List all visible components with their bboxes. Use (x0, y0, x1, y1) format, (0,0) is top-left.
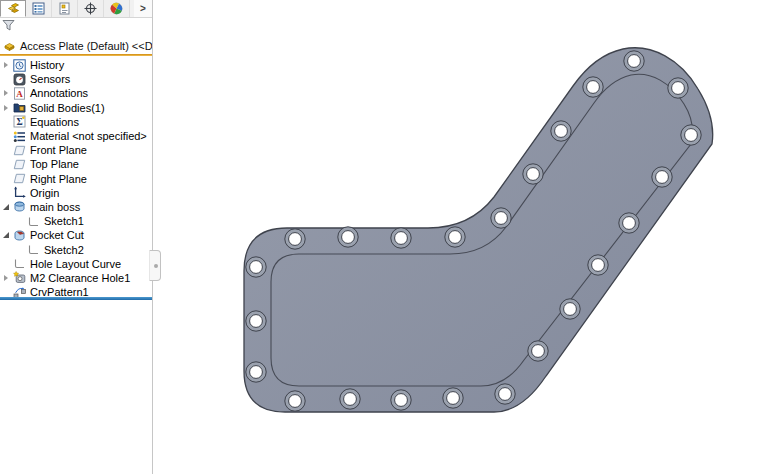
access-plate-model[interactable] (244, 48, 713, 412)
sensors-icon (13, 73, 26, 86)
hole-bore[interactable] (527, 168, 540, 181)
sketch-icon (13, 257, 26, 270)
part-row-underline (0, 54, 152, 56)
tree-item-annotations[interactable]: AAnnotations (0, 86, 152, 100)
hole-bore[interactable] (395, 394, 408, 407)
tree-item-material[interactable]: Material <not specified> (0, 129, 152, 143)
svg-text:A: A (16, 89, 23, 99)
hole-bore[interactable] (342, 231, 355, 244)
history-icon (13, 59, 26, 72)
hole-bore[interactable] (250, 315, 263, 328)
hole-bore[interactable] (499, 388, 512, 401)
tree-item-label: Sketch2 (44, 244, 84, 256)
panel-splitter-handle[interactable] (149, 250, 161, 281)
hole-bore[interactable] (395, 232, 408, 245)
tree-item-history[interactable]: History (0, 58, 152, 72)
tree-item-sensors[interactable]: Sensors (0, 72, 152, 86)
hole-bore[interactable] (289, 233, 302, 246)
tree-item-top-plane[interactable]: Top Plane (0, 157, 152, 171)
manager-tab-bar: > (0, 0, 152, 18)
tree-item-label: History (30, 59, 64, 71)
plane-icon (13, 172, 26, 185)
tree-item-label: Hole Layout Curve (30, 258, 121, 270)
tab-dimxpertmanager[interactable] (78, 0, 104, 17)
tab-overflow-chevron[interactable]: > (134, 0, 152, 17)
part-icon (3, 39, 16, 52)
featuremanager-tab-icon (7, 2, 20, 15)
tree-item-main-boss[interactable]: main boss (0, 200, 152, 214)
tree-item-solid-bodies[interactable]: Solid Bodies(1) (0, 101, 152, 115)
part-root-row[interactable]: Access Plate (Default) <<Default>_Displa (0, 38, 152, 53)
feature-tree: HistorySensorsAAnnotationsSolid Bodies(1… (0, 58, 152, 299)
displaymanager-tab-icon (110, 2, 123, 15)
tree-item-origin[interactable]: Origin (0, 186, 152, 200)
material-icon (13, 130, 26, 143)
hole-bore[interactable] (587, 81, 600, 94)
solidworks-window: > Access Plate (Default) <<Default>_Disp… (0, 0, 768, 474)
filter-funnel-icon[interactable] (2, 19, 15, 32)
tree-item-label: main boss (30, 201, 80, 213)
hole-bore[interactable] (447, 392, 460, 405)
tree-item-label: Sensors (30, 73, 70, 85)
tree-item-label: Annotations (30, 87, 88, 99)
configurationmanager-tab-icon (58, 2, 71, 15)
hole-bore[interactable] (344, 393, 357, 406)
tree-item-label: M2 Clearance Hole1 (30, 272, 130, 284)
tree-item-hole-layout-curve[interactable]: Hole Layout Curve (0, 257, 152, 271)
tree-item-label: Equations (30, 116, 79, 128)
hole-bore[interactable] (532, 345, 545, 358)
hole-bore[interactable] (672, 82, 685, 95)
plane-icon (13, 144, 26, 157)
tree-item-label: Solid Bodies(1) (30, 102, 105, 114)
hole-bore[interactable] (592, 259, 605, 272)
tree-item-front-plane[interactable]: Front Plane (0, 143, 152, 157)
dimxpertmanager-tab-icon (84, 2, 97, 15)
solid-bodies-icon (13, 101, 26, 114)
collapse-arrow-icon[interactable] (1, 200, 10, 214)
hole-bore[interactable] (250, 366, 263, 379)
featuremanager-panel: > Access Plate (Default) <<Default>_Disp… (0, 0, 153, 474)
tab-propertymanager[interactable] (26, 0, 52, 17)
tab-configurationmanager[interactable] (52, 0, 78, 17)
expand-arrow-icon[interactable] (1, 271, 10, 285)
tree-item-pocket-cut[interactable]: Pocket Cut (0, 228, 152, 242)
tree-item-m2-clearance-hole1[interactable]: M2 Clearance Hole1 (0, 271, 152, 285)
collapse-arrow-icon[interactable] (1, 228, 10, 242)
tree-item-label: Front Plane (30, 144, 87, 156)
hole-bore[interactable] (289, 395, 302, 408)
tree-item-label: Right Plane (30, 173, 87, 185)
sketch-icon (27, 215, 40, 228)
rollback-bar[interactable] (0, 297, 152, 300)
tree-item-label: Material <not specified> (30, 130, 147, 142)
tree-item-sketch2[interactable]: Sketch2 (0, 242, 152, 256)
cut-icon (13, 229, 26, 242)
expand-arrow-icon[interactable] (1, 86, 10, 100)
annotations-icon: A (13, 87, 26, 100)
tab-displaymanager[interactable] (104, 0, 130, 17)
hole-bore[interactable] (685, 129, 698, 142)
expand-arrow-icon[interactable] (1, 58, 10, 72)
hole-bore[interactable] (555, 125, 568, 138)
tree-item-equations[interactable]: ΣEquations (0, 115, 152, 129)
hole-bore[interactable] (656, 171, 669, 184)
equations-icon: Σ (13, 115, 26, 128)
hole-bore[interactable] (495, 212, 508, 225)
filter-row (0, 18, 152, 33)
hole-bore[interactable] (250, 261, 263, 274)
sketch-icon (27, 243, 40, 256)
tree-item-right-plane[interactable]: Right Plane (0, 172, 152, 186)
tree-item-label: Pocket Cut (30, 229, 84, 241)
tree-item-label: Origin (30, 187, 59, 199)
tab-featuremanager-tree[interactable] (0, 0, 26, 17)
hole-bore[interactable] (623, 217, 636, 230)
hole-bore[interactable] (564, 303, 577, 316)
hole-bore[interactable] (449, 231, 462, 244)
splitter-grip-dot (154, 264, 158, 268)
tree-item-sketch1[interactable]: Sketch1 (0, 214, 152, 228)
hole-bore[interactable] (628, 55, 641, 68)
plate-outer-face[interactable] (244, 48, 713, 412)
expand-arrow-icon[interactable] (1, 101, 10, 115)
svg-text:Σ: Σ (16, 117, 22, 127)
tree-item-label: Sketch1 (44, 215, 84, 227)
plane-icon (13, 158, 26, 171)
